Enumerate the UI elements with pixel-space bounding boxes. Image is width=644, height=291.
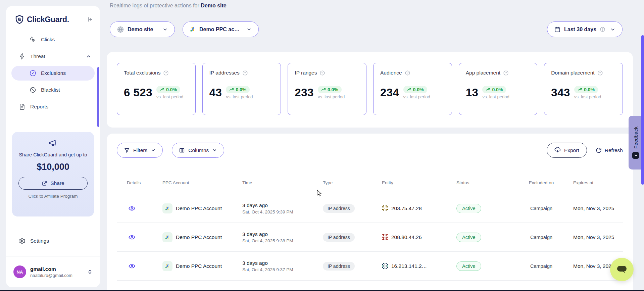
ip-identicon	[382, 234, 388, 240]
chevron-up-icon[interactable]	[86, 54, 91, 59]
trending-up-icon	[160, 87, 164, 92]
stat-label: Audience	[380, 70, 402, 76]
help-circle-icon[interactable]	[163, 70, 169, 76]
sidebar-scrollbar-thumb[interactable]	[97, 67, 99, 127]
excluded-on-cell: Campaign	[519, 235, 563, 240]
help-circle-icon[interactable]	[405, 70, 410, 76]
sidebar-item-label: Reports	[30, 104, 48, 110]
chevron-down-icon	[151, 148, 156, 153]
refresh-button[interactable]: Refresh	[596, 147, 623, 153]
sidebar-item-settings[interactable]: Settings	[6, 234, 100, 248]
clickguard-logo: ClickGuard.	[15, 15, 69, 24]
type-badge: IP address	[323, 204, 355, 213]
user-email: naatali.ro@gmail.com	[30, 273, 83, 278]
time-cell: 3 days ago Sat, Oct 4, 2025 9:38 PM	[232, 231, 313, 243]
stat-caption: vs. last period	[226, 94, 253, 99]
help-circle-icon[interactable]	[597, 70, 603, 76]
export-button[interactable]: Export	[547, 143, 587, 158]
stat-card-app-placement: App placement 13 0.0% vs. last period	[459, 63, 538, 115]
page-subtitle: Realtime logs of protective actions for …	[110, 3, 227, 9]
site-selector-dropdown[interactable]: Demo site	[110, 21, 175, 37]
stat-caption: vs. last period	[482, 94, 509, 99]
sidebar-item-label: Threat	[30, 53, 45, 59]
stat-card-ip-ranges: IP ranges 233 0.0% vs. last period	[288, 63, 366, 115]
help-circle-icon[interactable]	[503, 70, 509, 76]
columns-label: Columns	[188, 147, 209, 153]
table-row: Demo PPC Account 3 days ago Sat, Oct 4, …	[117, 252, 623, 281]
chevron-down-icon	[610, 27, 615, 32]
sidebar-item-threat[interactable]: Threat	[6, 49, 100, 64]
column-header-details: Details	[117, 180, 152, 185]
user-name: gmail.com	[30, 266, 83, 272]
account-name: Demo PPC Account	[176, 263, 222, 269]
sidebar-item-label: Clicks	[41, 37, 55, 43]
table-header-row: Details PPC Account Time Type Entity Sta…	[117, 158, 623, 194]
stat-change: 0.0%	[236, 87, 246, 92]
view-details-button[interactable]	[117, 262, 152, 270]
view-details-button[interactable]	[117, 205, 152, 212]
refresh-icon	[596, 147, 602, 153]
columns-dropdown[interactable]: Columns	[172, 143, 224, 158]
entity-ip: 16.213.141.2…	[391, 263, 427, 269]
share-button-label: Share	[50, 180, 64, 186]
share-button[interactable]: Share	[18, 177, 88, 190]
stat-caption: vs. last period	[403, 94, 430, 99]
subtitle-site-name: Demo site	[201, 3, 226, 8]
brand-name: ClickGuard.	[27, 15, 69, 24]
sidebar-item-exclusions[interactable]: Exclusions	[11, 66, 95, 81]
stat-value: 6 523	[124, 86, 152, 99]
column-header-time: Time	[232, 180, 313, 185]
stat-value: 13	[466, 86, 479, 99]
chevrons-up-down-icon[interactable]	[87, 269, 93, 275]
eye-icon	[128, 262, 136, 270]
help-circle-icon[interactable]	[319, 70, 325, 76]
sidebar-nav: Clicks Threat Exclusions	[6, 32, 100, 114]
time-absolute: Sat, Oct 4, 2025 9:39 PM	[242, 209, 313, 214]
ppc-account-cell: Demo PPC Account	[152, 203, 232, 213]
time-relative: 3 days ago	[242, 202, 313, 208]
ip-identicon	[382, 205, 388, 211]
filters-dropdown[interactable]: Filters	[117, 143, 163, 158]
site-selector-value: Demo site	[128, 27, 153, 33]
status-badge: Active	[456, 233, 481, 242]
chat-launcher-button[interactable]	[610, 258, 634, 281]
stat-caption: vs. last period	[318, 94, 345, 99]
help-circle-icon[interactable]	[600, 27, 605, 32]
stat-card-audience: Audience 234 0.0% vs. last period	[373, 63, 452, 115]
promo-text: Share ClickGuard and get up to	[17, 151, 89, 158]
exclusions-table-panel: Filters Columns Export Refresh Details P…	[107, 134, 633, 290]
page-scrollbar-thumb[interactable]	[641, 35, 644, 185]
trend-badge: 0.0%	[574, 86, 598, 93]
column-header-expires-at: Expires at	[563, 180, 623, 185]
external-link-icon	[42, 181, 47, 186]
sidebar-collapse-icon[interactable]	[87, 16, 93, 23]
date-range-value: Last 30 days	[564, 27, 596, 33]
sidebar-item-clicks[interactable]: Clicks	[6, 32, 100, 47]
table-row: Demo PPC Account 3 days ago Sat, Oct 4, …	[117, 194, 623, 223]
feedback-label: Feedback	[633, 127, 639, 149]
trend-badge: 0.0%	[403, 86, 427, 93]
expires-at-cell: Mon, Nov 3, 2025	[563, 205, 623, 211]
stat-value: 43	[209, 86, 222, 99]
date-range-dropdown[interactable]: Last 30 days	[547, 21, 623, 37]
stat-label: App placement	[466, 70, 500, 76]
feedback-tab[interactable]: Feedback	[629, 116, 643, 169]
sidebar-item-blacklist[interactable]: Blacklist	[6, 83, 100, 97]
column-header-excluded-on: Excluded on	[519, 180, 563, 186]
chevron-down-icon	[212, 148, 217, 153]
type-badge: IP address	[323, 233, 355, 242]
sidebar: ClickGuard. Clicks Threat	[6, 6, 100, 287]
ppc-account-selector-dropdown[interactable]: Demo PPC ac…	[183, 21, 259, 37]
google-ads-icon	[162, 261, 172, 271]
help-circle-icon[interactable]	[242, 70, 248, 76]
stat-value: 343	[551, 86, 570, 99]
user-account-section[interactable]: NA gmail.com naatali.ro@gmail.com	[6, 256, 100, 287]
eye-icon	[128, 205, 136, 212]
stat-value: 233	[295, 86, 314, 99]
sidebar-item-reports[interactable]: Reports	[6, 99, 100, 114]
affiliate-promo-card[interactable]: Share ClickGuard and get up to $10,000 S…	[12, 132, 94, 216]
trending-up-icon	[407, 87, 411, 92]
calendar-icon	[554, 26, 561, 33]
view-details-button[interactable]	[117, 234, 152, 241]
time-relative: 3 days ago	[242, 260, 313, 266]
